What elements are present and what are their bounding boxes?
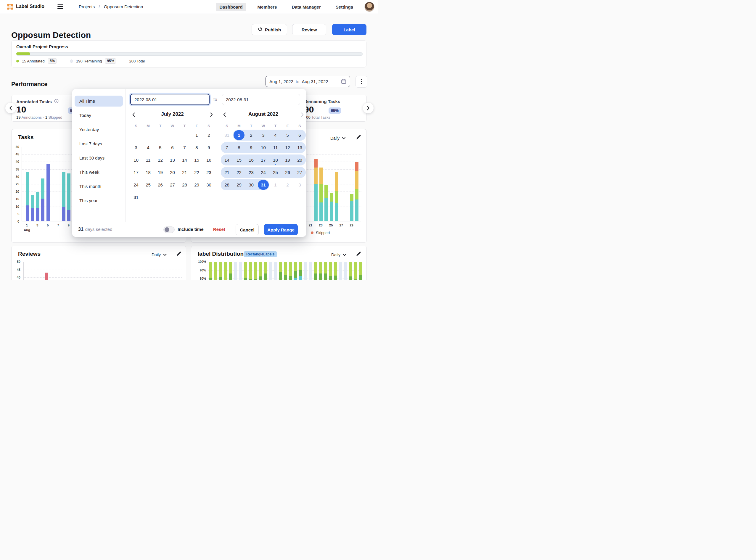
- day-cell[interactable]: 19: [281, 155, 294, 165]
- day-cell[interactable]: 22: [233, 167, 245, 178]
- day-cell[interactable]: 29: [233, 179, 245, 190]
- preset-this-month[interactable]: This month: [75, 181, 123, 192]
- reviews-edit-pencil-icon[interactable]: [176, 251, 182, 257]
- day-cell[interactable]: 14: [179, 155, 191, 165]
- day-cell[interactable]: 16: [245, 155, 257, 165]
- day-cell[interactable]: 28: [179, 179, 191, 190]
- info-icon[interactable]: [54, 99, 59, 104]
- performance-kebab-menu[interactable]: [356, 76, 367, 87]
- day-cell[interactable]: 12: [281, 142, 294, 153]
- publish-button[interactable]: Publish: [252, 24, 287, 35]
- date-range-control[interactable]: Aug 1, 2022 to Aug 31, 2022: [265, 76, 350, 87]
- day-cell[interactable]: 21: [179, 167, 191, 178]
- day-cell[interactable]: 23: [203, 167, 215, 178]
- day-cell[interactable]: 21: [221, 167, 233, 178]
- day-cell[interactable]: 7: [179, 142, 191, 153]
- day-cell[interactable]: 24: [130, 179, 142, 190]
- day-cell[interactable]: 31: [221, 129, 233, 141]
- range-end-input[interactable]: [222, 94, 300, 105]
- day-cell[interactable]: 8: [233, 142, 245, 153]
- day-cell[interactable]: 3: [257, 129, 270, 141]
- preset-yesterday[interactable]: Yesterday: [75, 124, 123, 135]
- day-cell[interactable]: 25: [142, 179, 154, 190]
- day-cell[interactable]: 22: [191, 167, 203, 178]
- day-cell[interactable]: 28: [221, 179, 233, 190]
- preset-all-time[interactable]: All Time: [75, 96, 123, 106]
- reset-button[interactable]: Reset: [213, 227, 225, 232]
- day-cell[interactable]: 27: [166, 179, 179, 190]
- day-cell[interactable]: 17: [130, 167, 142, 178]
- apply-range-button[interactable]: Apply Range: [264, 224, 298, 235]
- day-cell[interactable]: 20: [166, 167, 179, 178]
- include-time-toggle[interactable]: [163, 226, 175, 233]
- cancel-button[interactable]: Cancel: [236, 224, 259, 235]
- day-cell[interactable]: 26: [281, 167, 294, 178]
- day-cell[interactable]: 3: [130, 142, 142, 153]
- range-start-day[interactable]: 1: [234, 130, 244, 140]
- day-cell[interactable]: 29: [191, 179, 203, 190]
- calendar-next-month-icon[interactable]: [299, 111, 306, 118]
- day-cell[interactable]: 23: [245, 167, 257, 178]
- distribution-edit-pencil-icon[interactable]: [356, 251, 362, 257]
- day-cell[interactable]: 19: [154, 167, 166, 178]
- annotations-edit-pencil-icon[interactable]: [356, 135, 362, 141]
- day-cell[interactable]: 1: [270, 179, 281, 190]
- preset-last-7-days[interactable]: Last 7 days: [75, 138, 123, 149]
- day-cell[interactable]: 11: [270, 142, 281, 153]
- day-cell[interactable]: 26: [154, 179, 166, 190]
- preset-this-year[interactable]: This year: [75, 195, 123, 206]
- day-cell[interactable]: 1: [233, 129, 245, 141]
- day-cell[interactable]: 5: [281, 129, 294, 141]
- range-end-day[interactable]: 31: [258, 180, 269, 190]
- day-cell[interactable]: 14: [221, 155, 233, 165]
- day-cell[interactable]: 6: [166, 142, 179, 153]
- day-cell[interactable]: 2: [245, 129, 257, 141]
- annotations-period-dropdown[interactable]: Daily: [330, 136, 345, 141]
- preset-this-week[interactable]: This week: [75, 167, 123, 178]
- day-cell[interactable]: 31: [130, 192, 142, 203]
- day-cell[interactable]: 2: [203, 129, 215, 141]
- user-avatar[interactable]: [364, 2, 375, 12]
- preset-last-30-days[interactable]: Last 30 days: [75, 153, 123, 163]
- day-cell[interactable]: 30: [245, 179, 257, 190]
- day-cell[interactable]: 12: [154, 155, 166, 165]
- nav-item-data-manager[interactable]: Data Manager: [288, 3, 324, 11]
- distribution-period-dropdown[interactable]: Daily: [331, 253, 346, 257]
- calendar-next-month-icon[interactable]: [208, 111, 215, 118]
- day-cell[interactable]: 11: [142, 155, 154, 165]
- review-button[interactable]: Review: [292, 24, 326, 35]
- day-cell[interactable]: 6: [294, 129, 306, 141]
- day-cell[interactable]: 7: [221, 142, 233, 153]
- day-cell[interactable]: 15: [233, 155, 245, 165]
- day-cell[interactable]: 17: [257, 155, 270, 165]
- stats-prev-button[interactable]: [5, 103, 16, 113]
- day-cell[interactable]: 18: [270, 155, 281, 165]
- stats-next-button[interactable]: [363, 103, 374, 113]
- day-cell[interactable]: 4: [142, 142, 154, 153]
- nav-item-settings[interactable]: Settings: [332, 3, 357, 11]
- day-cell[interactable]: 8: [191, 142, 203, 153]
- day-cell[interactable]: 25: [270, 167, 281, 178]
- day-cell[interactable]: 1: [191, 129, 203, 141]
- hamburger-menu-icon[interactable]: [57, 4, 63, 9]
- day-cell[interactable]: 2: [281, 179, 294, 190]
- preset-today[interactable]: Today: [75, 110, 123, 121]
- reviews-period-dropdown[interactable]: Daily: [152, 253, 167, 257]
- day-cell[interactable]: 13: [294, 142, 306, 153]
- day-cell[interactable]: 16: [203, 155, 215, 165]
- range-start-input[interactable]: [130, 94, 210, 105]
- day-cell[interactable]: 3: [294, 179, 306, 190]
- day-cell[interactable]: 18: [142, 167, 154, 178]
- label-button[interactable]: Label: [332, 24, 366, 35]
- day-cell[interactable]: 30: [203, 179, 215, 190]
- day-cell[interactable]: 9: [203, 142, 215, 153]
- nav-item-dashboard[interactable]: Dashboard: [216, 3, 246, 11]
- day-cell[interactable]: 20: [294, 155, 306, 165]
- day-cell[interactable]: 10: [257, 142, 270, 153]
- day-cell[interactable]: 9: [245, 142, 257, 153]
- day-cell[interactable]: 27: [294, 167, 306, 178]
- day-cell[interactable]: 31: [257, 179, 270, 190]
- day-cell[interactable]: 10: [130, 155, 142, 165]
- nav-item-members[interactable]: Members: [254, 3, 281, 11]
- day-cell[interactable]: 15: [191, 155, 203, 165]
